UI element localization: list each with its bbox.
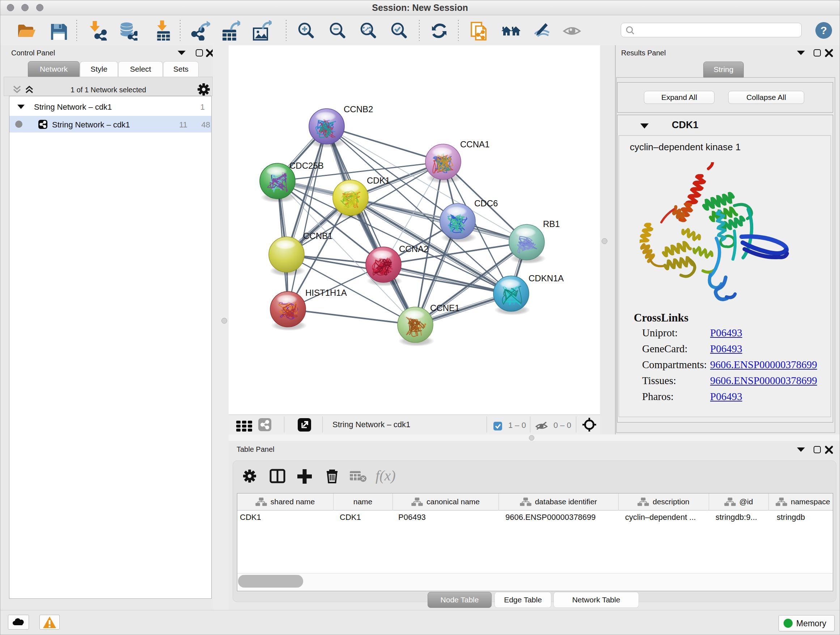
svg-text:CCNB2: CCNB2 bbox=[344, 104, 373, 114]
svg-text:CDKN1A: CDKN1A bbox=[529, 273, 564, 283]
svg-text:CCNB1: CCNB1 bbox=[303, 231, 332, 241]
svg-text:HIST1H1A: HIST1H1A bbox=[305, 288, 347, 298]
svg-text:CCNE1: CCNE1 bbox=[430, 303, 459, 313]
svg-text:CCNA2: CCNA2 bbox=[399, 244, 428, 254]
svg-text:CCNA1: CCNA1 bbox=[460, 139, 489, 149]
svg-text:RB1: RB1 bbox=[543, 219, 560, 229]
svg-text:CDC6: CDC6 bbox=[474, 198, 498, 208]
svg-text:CDC25B: CDC25B bbox=[289, 161, 324, 171]
svg-text:CDK1: CDK1 bbox=[367, 176, 390, 185]
